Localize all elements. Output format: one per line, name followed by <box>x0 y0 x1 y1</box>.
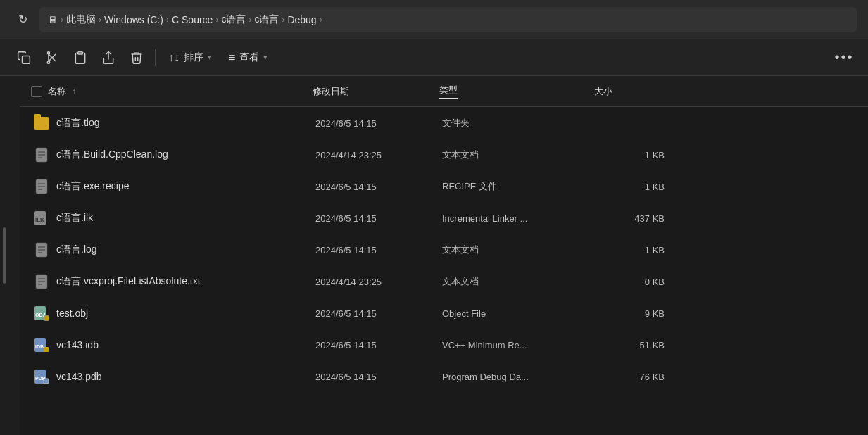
svg-rect-32 <box>44 379 49 384</box>
file-type: 文本文档 <box>436 275 591 288</box>
toolbar: ↑↓ 排序 ▾ ≡ 查看 ▾ ••• <box>0 39 868 76</box>
file-size: 0 KB <box>591 277 676 287</box>
view-label: 查看 <box>239 51 259 64</box>
breadcrumb-drive[interactable]: Windows (C:) <box>104 14 163 25</box>
file-size: 1 KB <box>591 245 676 256</box>
file-name: vc143.idb <box>56 339 99 351</box>
table-row[interactable]: PDB vc143.pdb 2024/6/5 14:15 Program Deb… <box>23 361 865 392</box>
file-name-cell: c语言.log <box>28 242 310 258</box>
sort-label: 排序 <box>184 51 203 64</box>
copy-button[interactable] <box>11 45 37 70</box>
file-date: 2024/6/5 14:15 <box>310 213 436 224</box>
svg-rect-4 <box>78 51 83 53</box>
file-name: c语言.log <box>56 244 97 256</box>
table-row[interactable]: OBJ test.obj 2024/6/5 14:15 Object File … <box>23 298 865 329</box>
svg-point-26 <box>44 315 49 321</box>
svg-rect-29 <box>44 347 49 352</box>
file-type: Program Debug Da... <box>436 372 591 382</box>
file-type: VC++ Minimum Re... <box>436 340 591 351</box>
breadcrumb-clang1[interactable]: c语言 <box>221 13 246 26</box>
table-row[interactable]: IDB vc143.idb 2024/6/5 14:15 VC++ Minimu… <box>23 329 865 360</box>
file-name-cell: c语言.Build.CppClean.log <box>28 147 310 163</box>
file-size: 9 KB <box>591 308 676 319</box>
table-row[interactable]: c语言.vcxproj.FileListAbsolute.txt 2024/4/… <box>23 266 865 297</box>
file-name: c语言.Build.CppClean.log <box>56 149 168 161</box>
svg-text:IDB: IDB <box>35 344 44 349</box>
file-name: c语言.tlog <box>56 117 99 130</box>
file-type: 文本文档 <box>436 149 591 161</box>
size-column-label: 大小 <box>594 85 612 98</box>
file-name-cell: PDB vc143.pdb <box>28 369 310 384</box>
column-header-name[interactable]: 名称 ↑ <box>25 82 307 101</box>
file-name-cell: c语言.vcxproj.FileListAbsolute.txt <box>28 274 310 289</box>
more-options-button[interactable]: ••• <box>831 45 857 70</box>
scroll-indicator <box>3 227 6 284</box>
file-date: 2024/4/14 23:25 <box>310 277 436 287</box>
file-type: Incremental Linker ... <box>436 213 591 224</box>
text-file-icon <box>35 147 48 163</box>
name-column-label: 名称 <box>48 85 66 98</box>
left-sidebar <box>0 76 20 435</box>
select-all-checkbox[interactable] <box>31 86 42 97</box>
file-list-container: 名称 ↑ 修改日期 类型 大小 c语言.tlog 2024/6/5 14:15 … <box>0 76 868 435</box>
svg-text:ILK: ILK <box>35 217 44 223</box>
file-name: test.obj <box>56 308 88 319</box>
file-size: 1 KB <box>591 150 676 160</box>
obj-file-icon: OBJ <box>34 305 49 321</box>
file-size: 51 KB <box>591 340 676 351</box>
table-header: 名称 ↑ 修改日期 类型 大小 <box>20 76 868 107</box>
file-icon <box>34 147 49 163</box>
file-rows: c语言.tlog 2024/6/5 14:15 文件夹 c语言.Build.Cp… <box>20 108 868 392</box>
text-file-icon <box>35 179 48 194</box>
refresh-button[interactable]: ↻ <box>11 8 34 31</box>
table-row[interactable]: c语言.log 2024/6/5 14:15 文本文档 1 KB <box>23 234 865 265</box>
breadcrumb[interactable]: 🖥 › 此电脑 › Windows (C:) › C Source › c语言 … <box>39 7 857 32</box>
column-header-date[interactable]: 修改日期 <box>307 82 434 101</box>
sort-chevron-icon: ▾ <box>208 53 212 62</box>
pdb-file-icon: PDB <box>34 369 49 384</box>
paste-button[interactable] <box>68 45 93 70</box>
file-date: 2024/6/5 14:15 <box>310 308 436 319</box>
view-chevron-icon: ▾ <box>263 53 268 62</box>
file-date: 2024/6/5 14:15 <box>310 182 436 192</box>
cut-button[interactable] <box>39 45 65 70</box>
breadcrumb-computer[interactable]: 此电脑 <box>66 13 96 26</box>
file-date: 2024/6/5 14:15 <box>310 340 436 351</box>
text-file-icon <box>35 274 48 289</box>
sort-button[interactable]: ↑↓ 排序 ▾ <box>161 45 219 70</box>
breadcrumb-csource[interactable]: C Source <box>172 14 213 25</box>
file-type: 文本文档 <box>436 244 591 256</box>
file-type: Object File <box>436 308 591 319</box>
svg-point-2 <box>47 51 49 53</box>
column-header-type[interactable]: 类型 <box>434 81 589 101</box>
file-type: 文件夹 <box>436 117 591 130</box>
file-name-cell: c语言.exe.recipe <box>28 179 310 194</box>
table-row[interactable]: c语言.Build.CppClean.log 2024/4/14 23:25 文… <box>23 139 865 170</box>
view-button[interactable]: ≡ 查看 ▾ <box>222 45 275 70</box>
file-date: 2024/6/5 14:15 <box>310 372 436 382</box>
file-icon: ILK <box>34 210 49 226</box>
file-icon: IDB <box>34 337 49 353</box>
file-date: 2024/6/5 14:15 <box>310 245 436 256</box>
file-name: c语言.exe.recipe <box>56 180 129 193</box>
type-column-label: 类型 <box>439 84 458 99</box>
view-icon: ≡ <box>229 51 235 64</box>
name-sort-icon: ↑ <box>72 87 76 96</box>
file-name-cell: ILK c语言.ilk <box>28 210 310 226</box>
share-button[interactable] <box>96 45 121 70</box>
file-icon <box>34 115 49 131</box>
svg-point-1 <box>47 61 49 63</box>
column-header-size[interactable]: 大小 <box>589 82 673 101</box>
file-name-cell: OBJ test.obj <box>28 305 310 321</box>
table-row[interactable]: c语言.tlog 2024/6/5 14:15 文件夹 <box>23 108 865 139</box>
file-icon <box>34 179 49 194</box>
table-row[interactable]: c语言.exe.recipe 2024/6/5 14:15 RECIPE 文件 … <box>23 171 865 202</box>
table-row[interactable]: ILK c语言.ilk 2024/6/5 14:15 Incremental L… <box>23 203 865 234</box>
address-bar: ↻ 🖥 › 此电脑 › Windows (C:) › C Source › c语… <box>0 0 868 39</box>
breadcrumb-debug[interactable]: Debug <box>287 14 316 25</box>
delete-button[interactable] <box>124 45 149 70</box>
file-name-cell: c语言.tlog <box>28 115 310 131</box>
file-size: 437 KB <box>591 213 676 224</box>
file-date: 2024/6/5 14:15 <box>310 118 436 129</box>
breadcrumb-clang2[interactable]: c语言 <box>254 13 279 26</box>
